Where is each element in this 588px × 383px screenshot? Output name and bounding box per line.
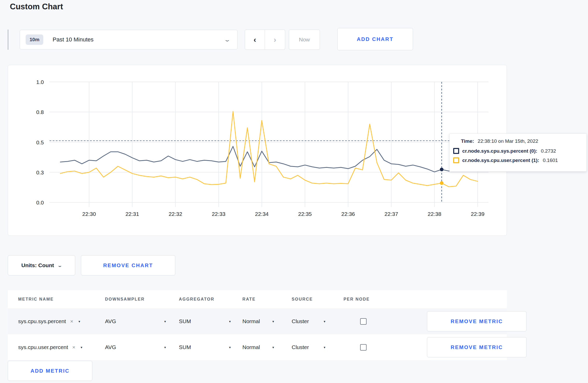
time-range-badge: 10m bbox=[26, 34, 43, 45]
x-tick-label: 22:35 bbox=[298, 211, 312, 217]
units-select[interactable]: Units: Count ⌄ bbox=[8, 255, 75, 275]
remove-tag-icon[interactable]: × bbox=[72, 344, 75, 350]
metrics-line-chart[interactable]: 0.00.30.50.81.022:3022:3122:3222:3322:34… bbox=[8, 65, 507, 231]
tooltip-series-name: cr.node.sys.cpu.user.percent (1): bbox=[462, 158, 539, 163]
remove-chart-button[interactable]: REMOVE CHART bbox=[81, 255, 175, 275]
sys-series-swatch-icon bbox=[453, 148, 459, 154]
now-button[interactable]: Now bbox=[289, 30, 320, 50]
metric-name: sys.cpu.user.percent bbox=[18, 344, 68, 350]
x-tick-label: 22:39 bbox=[471, 211, 485, 217]
metrics-table-header: METRIC NAME DOWNSAMPLER AGGREGATOR RATE … bbox=[8, 290, 507, 308]
series-line-sys bbox=[60, 146, 478, 172]
caret-down-icon: ▾ bbox=[164, 345, 166, 349]
y-tick-label: 0.5 bbox=[36, 139, 44, 145]
crosshair-point-sys bbox=[440, 168, 444, 171]
x-tick-label: 22:34 bbox=[255, 211, 269, 217]
col-header-source: SOURCE bbox=[292, 297, 344, 302]
col-header-rate: RATE bbox=[242, 297, 292, 302]
y-tick-label: 1.0 bbox=[36, 79, 44, 85]
time-nav-group: ‹ › bbox=[245, 30, 285, 50]
col-header-aggregator: AGGREGATOR bbox=[179, 297, 242, 302]
tooltip-series-value: 0.1601 bbox=[543, 158, 558, 163]
x-tick-label: 22:32 bbox=[169, 211, 182, 217]
time-range-label: Past 10 Minutes bbox=[53, 36, 94, 43]
tooltip-time-value: 22:38:10 on Mar 15th, 2022 bbox=[478, 138, 538, 144]
custom-chart-page: Custom Chart 10m Past 10 Minutes ⌄ ‹ › N… bbox=[0, 0, 588, 383]
source-select[interactable]: Cluster ▾ bbox=[292, 318, 325, 324]
add-chart-button[interactable]: ADD CHART bbox=[337, 28, 413, 50]
aggregator-select[interactable]: SUM ▾ bbox=[179, 318, 231, 324]
tooltip-time-row: Time:22:38:10 on Mar 15th, 2022 bbox=[461, 138, 586, 144]
x-tick-label: 22:36 bbox=[341, 211, 355, 217]
metric-name-cell[interactable]: sys.cpu.user.percent × ▾ bbox=[8, 344, 105, 350]
caret-down-icon: ▾ bbox=[164, 320, 166, 323]
metric-name-cell[interactable]: sys.cpu.sys.percent × ▾ bbox=[8, 318, 105, 324]
add-metric-button[interactable]: ADD METRIC bbox=[8, 361, 92, 381]
col-header-downsampler: DOWNSAMPLER bbox=[105, 297, 179, 302]
source-select[interactable]: Cluster ▾ bbox=[292, 344, 325, 350]
x-tick-label: 22:30 bbox=[82, 211, 96, 217]
x-tick-label: 22:38 bbox=[428, 211, 442, 217]
per-node-checkbox[interactable] bbox=[360, 344, 367, 351]
caret-down-icon: ▾ bbox=[324, 345, 325, 349]
rate-select[interactable]: Normal ▾ bbox=[242, 318, 274, 324]
caret-down-icon: ▾ bbox=[229, 320, 231, 323]
remove-tag-icon[interactable]: × bbox=[70, 318, 73, 324]
x-tick-label: 22:37 bbox=[384, 211, 398, 217]
caret-down-icon: ▾ bbox=[272, 345, 274, 349]
caret-down-icon: ▾ bbox=[229, 345, 231, 349]
x-tick-label: 22:31 bbox=[125, 211, 139, 217]
caret-down-icon[interactable]: ▾ bbox=[79, 320, 80, 323]
crosshair-point-user bbox=[440, 181, 444, 185]
col-header-metric-name: METRIC NAME bbox=[8, 297, 105, 302]
page-title: Custom Chart bbox=[10, 2, 63, 11]
time-range-select[interactable]: 10m Past 10 Minutes ⌄ bbox=[20, 30, 237, 49]
next-time-button[interactable]: › bbox=[265, 30, 285, 50]
tooltip-series-value: 0.2732 bbox=[541, 148, 556, 154]
caret-down-icon: ▾ bbox=[272, 320, 274, 323]
tooltip-time-label: Time: bbox=[461, 138, 474, 144]
chevron-down-icon: ⌄ bbox=[57, 263, 62, 268]
y-tick-label: 0.8 bbox=[36, 109, 44, 115]
per-node-checkbox[interactable] bbox=[360, 318, 367, 325]
downsampler-select[interactable]: AVG ▾ bbox=[105, 344, 166, 350]
tooltip-series-row: cr.node.sys.cpu.sys.percent (0): 0.2732 bbox=[461, 148, 586, 154]
units-label: Units: Count bbox=[21, 262, 54, 268]
chart-card: 0.00.30.50.81.022:3022:3122:3222:3322:34… bbox=[8, 65, 507, 236]
toolbar-left-rule bbox=[8, 30, 8, 50]
rate-select[interactable]: Normal ▾ bbox=[242, 344, 274, 350]
chevron-down-icon: ⌄ bbox=[224, 37, 231, 43]
y-tick-label: 0.0 bbox=[36, 200, 44, 205]
aggregator-select[interactable]: SUM ▾ bbox=[179, 344, 231, 350]
caret-down-icon: ▾ bbox=[324, 320, 325, 323]
series-line-user bbox=[60, 111, 478, 187]
metric-row-user: sys.cpu.user.percent × ▾ AVG ▾ SUM ▾ Nor… bbox=[8, 334, 507, 360]
prev-time-button[interactable]: ‹ bbox=[245, 30, 265, 50]
tooltip-series-name: cr.node.sys.cpu.sys.percent (0): bbox=[462, 148, 537, 154]
caret-down-icon[interactable]: ▾ bbox=[81, 345, 82, 349]
chevron-left-icon: ‹ bbox=[254, 35, 256, 44]
metrics-table: METRIC NAME DOWNSAMPLER AGGREGATOR RATE … bbox=[8, 290, 507, 360]
chevron-right-icon: › bbox=[274, 35, 276, 44]
user-series-swatch-icon bbox=[453, 157, 459, 163]
metric-row-sys: sys.cpu.sys.percent × ▾ AVG ▾ SUM ▾ Norm… bbox=[8, 308, 507, 334]
y-tick-label: 0.3 bbox=[36, 169, 44, 175]
col-header-per-node: PER NODE bbox=[344, 297, 388, 302]
x-tick-label: 22:33 bbox=[212, 211, 226, 217]
metric-name: sys.cpu.sys.percent bbox=[18, 318, 66, 324]
downsampler-select[interactable]: AVG ▾ bbox=[105, 318, 166, 324]
tooltip-series-row: cr.node.sys.cpu.user.percent (1): 0.1601 bbox=[461, 157, 586, 163]
remove-metric-button[interactable]: REMOVE METRIC bbox=[427, 311, 527, 331]
chart-tooltip: Time:22:38:10 on Mar 15th, 2022 cr.node.… bbox=[449, 133, 587, 172]
remove-metric-button[interactable]: REMOVE METRIC bbox=[427, 337, 527, 357]
